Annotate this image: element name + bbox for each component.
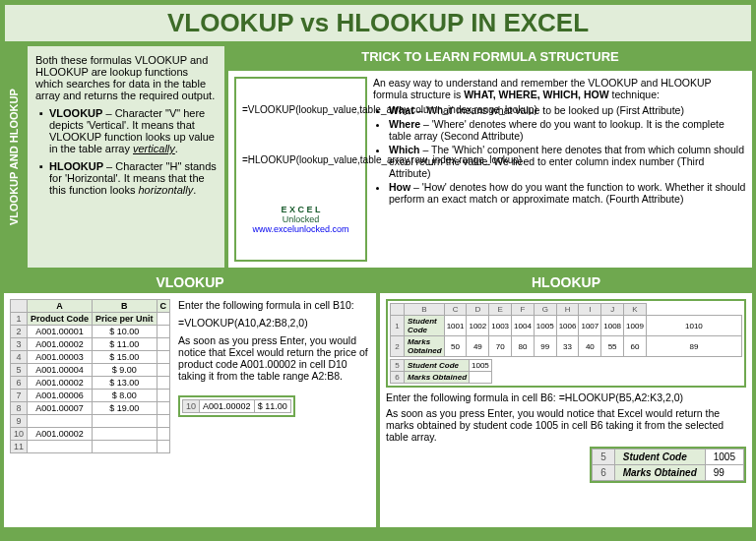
trick-body: =VLOOKUP(lookup_value,table_array,column…	[228, 71, 752, 268]
explain-box: An easy way to understand and remember t…	[373, 77, 746, 262]
vlookup-col: VLOOKUP ABC 1Product CodePrice per Unit …	[4, 271, 376, 527]
trick-header: TRICK TO LEARN FORMULA STRUCTURE	[228, 46, 752, 67]
syntax-box: =VLOOKUP(lookup_value,table_array,column…	[234, 77, 367, 262]
hlookup-col: HLOOKUP BCDEFGHIJK 1Student Code10011002…	[380, 271, 752, 527]
vlookup-table: ABC 1Product CodePrice per Unit 2A001.00…	[10, 299, 170, 453]
hlookup-result: 5Student Code1005 6Marks Obtained99	[590, 447, 746, 483]
hlookup-table: BCDEFGHIJK 1Student Code1001100210031004…	[390, 303, 742, 357]
logo: E X C E LUnlockedwww.excelunlocked.com	[242, 205, 359, 234]
vlookup-result: 10A001.00002$ 11.00	[178, 395, 295, 417]
intro-vlookup: VLOOKUP – Character "V" here depicts 'Ve…	[39, 107, 217, 154]
site-link[interactable]: www.excelunlocked.com	[252, 224, 348, 234]
intro-box: Both these formulas VLOOKUP and HLOOKUP …	[28, 46, 224, 268]
intro-hlookup: HLOOKUP – Character "H" stands for 'Hori…	[39, 160, 217, 196]
main-title: VLOOKUP vs HLOOKUP IN EXCEL	[4, 4, 752, 42]
side-label: VLOOKUP AND HLOOKUP	[4, 46, 24, 268]
